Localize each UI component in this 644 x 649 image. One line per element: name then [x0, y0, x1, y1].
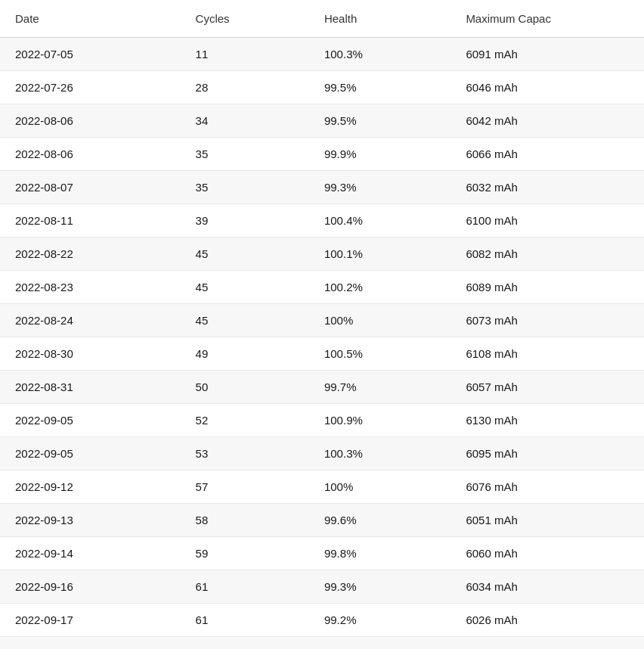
cell-health: 99.8% — [309, 537, 450, 570]
cell-cycles: 45 — [181, 304, 309, 337]
cell-cycles: 11 — [181, 38, 309, 71]
cell-cycles: 45 — [181, 271, 309, 304]
cell-cycles: 62 — [181, 637, 309, 650]
cell-health: 100.5% — [309, 337, 450, 371]
cell-maxcap: 6089 mAh — [450, 271, 644, 304]
cell-date: 2022-08-24 — [0, 304, 181, 337]
cell-date: 2022-07-05 — [0, 38, 181, 71]
cell-health: 99.3% — [309, 171, 450, 204]
table-row: 2022-09-176199.2%6026 mAh — [0, 604, 644, 637]
cell-cycles: 39 — [181, 204, 309, 238]
cell-cycles: 45 — [181, 238, 309, 271]
cell-health: 100.2% — [309, 271, 450, 304]
table-row: 2022-08-073599.3%6032 mAh — [0, 171, 644, 204]
table-row: 2022-09-135899.6%6051 mAh — [0, 504, 644, 537]
column-header-cycles: Cycles — [181, 0, 309, 38]
cell-cycles: 35 — [181, 138, 309, 171]
cell-maxcap: 6057 mAh — [450, 371, 644, 404]
cell-date: 2022-09-05 — [0, 404, 181, 437]
cell-maxcap: 6051 mAh — [450, 637, 644, 650]
table-row: 2022-08-1139100.4%6100 mAh — [0, 204, 644, 238]
column-header-date: Date — [0, 0, 181, 38]
cell-date: 2022-08-06 — [0, 138, 181, 171]
table-row: 2022-08-2445100%6073 mAh — [0, 304, 644, 337]
cell-cycles: 28 — [181, 71, 309, 104]
table-row: 2022-08-063599.9%6066 mAh — [0, 138, 644, 171]
cell-cycles: 49 — [181, 337, 309, 371]
table-row: 2022-09-166199.3%6034 mAh — [0, 570, 644, 604]
cell-health: 100.3% — [309, 437, 450, 470]
table-row: 2022-08-3049100.5%6108 mAh — [0, 337, 644, 371]
table-row: 2022-09-176299.6%6051 mAh — [0, 637, 644, 650]
cell-date: 2022-09-14 — [0, 537, 181, 570]
cell-cycles: 61 — [181, 604, 309, 637]
cell-maxcap: 6060 mAh — [450, 537, 644, 570]
battery-data-table: Date Cycles Health Maximum Capac 2022-07… — [0, 0, 644, 649]
cell-health: 99.5% — [309, 104, 450, 138]
cell-date: 2022-09-05 — [0, 437, 181, 470]
cell-date: 2022-09-13 — [0, 504, 181, 537]
cell-cycles: 58 — [181, 504, 309, 537]
cell-cycles: 57 — [181, 470, 309, 504]
table-row: 2022-09-0552100.9%6130 mAh — [0, 404, 644, 437]
cell-date: 2022-09-12 — [0, 470, 181, 504]
table-row: 2022-07-262899.5%6046 mAh — [0, 71, 644, 104]
cell-date: 2022-09-16 — [0, 570, 181, 604]
table-row: 2022-09-0553100.3%6095 mAh — [0, 437, 644, 470]
cell-maxcap: 6108 mAh — [450, 337, 644, 371]
cell-cycles: 34 — [181, 104, 309, 138]
cell-cycles: 61 — [181, 570, 309, 604]
cell-date: 2022-08-23 — [0, 271, 181, 304]
cell-health: 99.3% — [309, 570, 450, 604]
column-header-health: Health — [309, 0, 450, 38]
cell-cycles: 59 — [181, 537, 309, 570]
cell-health: 99.6% — [309, 504, 450, 537]
cell-maxcap: 6130 mAh — [450, 404, 644, 437]
cell-health: 100% — [309, 470, 450, 504]
cell-health: 100.9% — [309, 404, 450, 437]
cell-maxcap: 6051 mAh — [450, 504, 644, 537]
cell-health: 99.2% — [309, 604, 450, 637]
cell-health: 100.1% — [309, 238, 450, 271]
cell-maxcap: 6082 mAh — [450, 238, 644, 271]
cell-health: 99.9% — [309, 138, 450, 171]
cell-maxcap: 6034 mAh — [450, 570, 644, 604]
cell-date: 2022-08-22 — [0, 238, 181, 271]
cell-cycles: 50 — [181, 371, 309, 404]
cell-cycles: 53 — [181, 437, 309, 470]
cell-date: 2022-08-30 — [0, 337, 181, 371]
cell-date: 2022-08-31 — [0, 371, 181, 404]
table-row: 2022-08-063499.5%6042 mAh — [0, 104, 644, 138]
cell-health: 100.4% — [309, 204, 450, 238]
cell-date: 2022-07-26 — [0, 71, 181, 104]
table-row: 2022-09-145999.8%6060 mAh — [0, 537, 644, 570]
cell-health: 100% — [309, 304, 450, 337]
cell-maxcap: 6046 mAh — [450, 71, 644, 104]
cell-maxcap: 6066 mAh — [450, 138, 644, 171]
cell-date: 2022-08-07 — [0, 171, 181, 204]
table-row: 2022-07-0511100.3%6091 mAh — [0, 38, 644, 71]
cell-maxcap: 6091 mAh — [450, 38, 644, 71]
cell-maxcap: 6100 mAh — [450, 204, 644, 238]
cell-cycles: 52 — [181, 404, 309, 437]
cell-date: 2022-08-11 — [0, 204, 181, 238]
cell-health: 99.5% — [309, 71, 450, 104]
cell-maxcap: 6026 mAh — [450, 604, 644, 637]
cell-cycles: 35 — [181, 171, 309, 204]
column-header-maxcap: Maximum Capac — [450, 0, 644, 38]
table-row: 2022-08-2345100.2%6089 mAh — [0, 271, 644, 304]
cell-maxcap: 6032 mAh — [450, 171, 644, 204]
cell-health: 99.6% — [309, 637, 450, 650]
cell-health: 99.7% — [309, 371, 450, 404]
cell-maxcap: 6076 mAh — [450, 470, 644, 504]
table-row: 2022-09-1257100%6076 mAh — [0, 470, 644, 504]
cell-date: 2022-09-17 — [0, 637, 181, 650]
table-header-row: Date Cycles Health Maximum Capac — [0, 0, 644, 38]
cell-date: 2022-09-17 — [0, 604, 181, 637]
table-row: 2022-08-315099.7%6057 mAh — [0, 371, 644, 404]
cell-maxcap: 6042 mAh — [450, 104, 644, 138]
cell-date: 2022-08-06 — [0, 104, 181, 138]
cell-maxcap: 6073 mAh — [450, 304, 644, 337]
cell-maxcap: 6095 mAh — [450, 437, 644, 470]
table-row: 2022-08-2245100.1%6082 mAh — [0, 238, 644, 271]
